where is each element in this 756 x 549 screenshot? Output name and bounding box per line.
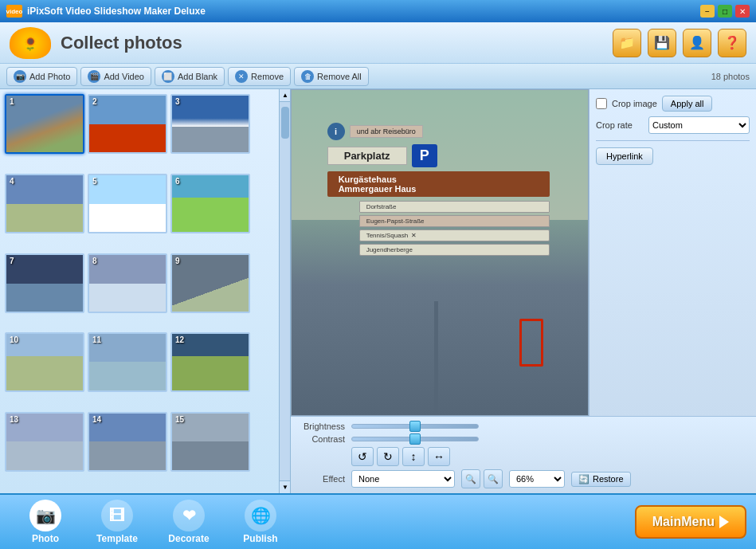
crop-rate-row: Crop rate Custom 4:3 16:9 1:1 3:2 bbox=[596, 116, 750, 134]
close-button[interactable]: ✕ bbox=[735, 5, 750, 18]
crop-image-label: Crop image bbox=[612, 99, 657, 108]
remove-all-button[interactable]: 🗑 Remove All bbox=[294, 67, 369, 86]
preview-and-right: i und abr Reisebüro Parkplatz P Kurgäste… bbox=[291, 89, 756, 416]
scroll-down-button[interactable]: ▼ bbox=[280, 480, 291, 493]
template-nav-icon: 🎞 bbox=[101, 500, 133, 531]
contrast-thumb[interactable] bbox=[409, 433, 421, 445]
jugendherberge-sign: Jugendherberge bbox=[359, 244, 550, 256]
bottom-nav: 📷 Photo 🎞 Template ❤ Decorate 🌐 Publish … bbox=[0, 493, 756, 549]
photo-num-10: 10 bbox=[10, 335, 18, 344]
photo-thumb-9[interactable]: 9 bbox=[170, 253, 250, 313]
crop-section: Crop image Apply all Crop rate Custom 4:… bbox=[596, 96, 750, 134]
photo-num-14: 14 bbox=[92, 415, 101, 424]
contrast-track bbox=[351, 437, 479, 441]
publish-nav-label: Publish bbox=[243, 533, 277, 544]
photo-thumb-12[interactable]: 12 bbox=[170, 332, 250, 392]
effect-label: Effect bbox=[297, 474, 345, 484]
photo-count: 18 photos bbox=[711, 72, 750, 81]
header-tools: 📁 💾 👤 ❓ bbox=[613, 29, 746, 57]
effect-prev-button[interactable]: 🔍 bbox=[461, 469, 480, 488]
photo-thumb-11[interactable]: 11 bbox=[88, 332, 167, 392]
photo-thumb-8[interactable]: 8 bbox=[88, 253, 167, 313]
main-content: 123456789101112131415 ▲ ▼ bbox=[0, 89, 756, 493]
kurgaestehaus-sign: KurgästehausAmmergauer Haus bbox=[327, 171, 550, 197]
restore-icon: 🔄 bbox=[578, 474, 590, 484]
brightness-thumb[interactable] bbox=[409, 421, 421, 432]
photo-num-1: 1 bbox=[10, 97, 14, 106]
decorate-nav-label: Decorate bbox=[168, 533, 209, 544]
transform-buttons: ↺ ↻ ↕ ↔ bbox=[351, 447, 750, 466]
open-folder-button[interactable]: 📁 bbox=[613, 29, 641, 57]
preview-main: i und abr Reisebüro Parkplatz P Kurgäste… bbox=[291, 89, 589, 416]
photo-num-11: 11 bbox=[92, 335, 101, 344]
preview-image: i und abr Reisebüro Parkplatz P Kurgäste… bbox=[291, 89, 589, 416]
help-button[interactable]: ❓ bbox=[718, 29, 746, 57]
nav-item-publish[interactable]: 🌐 Publish bbox=[225, 500, 296, 544]
app-logo: 🌻 bbox=[10, 27, 51, 59]
add-video-button[interactable]: 🎬 Add Video bbox=[80, 67, 151, 86]
photo-num-3: 3 bbox=[175, 97, 180, 106]
template-nav-label: Template bbox=[96, 533, 138, 544]
nav-item-photo[interactable]: 📷 Photo bbox=[10, 500, 81, 544]
effect-select[interactable]: None Grayscale Sepia Blur Sharpen Vintag… bbox=[351, 470, 455, 488]
photo-thumb-3[interactable]: 3 bbox=[170, 94, 250, 154]
photo-thumb-7[interactable]: 7 bbox=[5, 253, 84, 313]
parkplatz-sign: Parkplatz bbox=[327, 147, 407, 165]
photo-nav-label: Photo bbox=[32, 533, 59, 544]
brightness-track bbox=[351, 424, 479, 429]
scroll-up-button[interactable]: ▲ bbox=[280, 89, 291, 102]
photo-thumb-1[interactable]: 1 bbox=[5, 94, 84, 154]
reisebuero-sign: und abr Reisebüro bbox=[350, 125, 423, 138]
add-photo-button[interactable]: 📷 Add Photo bbox=[6, 67, 77, 86]
rotate-left-button[interactable]: ↺ bbox=[351, 447, 374, 466]
photo-num-8: 8 bbox=[92, 257, 97, 265]
flip-horizontal-button[interactable]: ↔ bbox=[428, 447, 450, 466]
hyperlink-button[interactable]: Hyperlink bbox=[596, 147, 653, 165]
crop-rate-label: Crop rate bbox=[596, 120, 644, 130]
add-blank-button[interactable]: ⬜ Add Blank bbox=[155, 67, 225, 86]
crop-image-checkbox[interactable] bbox=[596, 98, 607, 109]
effect-buttons: 🔍 🔍 bbox=[461, 469, 503, 488]
save-button[interactable]: 💾 bbox=[648, 29, 676, 57]
scroll-thumb[interactable] bbox=[281, 107, 289, 139]
photo-num-9: 9 bbox=[175, 257, 180, 265]
preview-controls: i und abr Reisebüro Parkplatz P Kurgäste… bbox=[291, 89, 756, 493]
zoom-select[interactable]: 50% 66% 75% 100% 125% bbox=[509, 470, 565, 488]
dorfstrasse-sign: Dorfstraße bbox=[359, 201, 550, 213]
photo-thumb-15[interactable]: 15 bbox=[170, 412, 250, 472]
minimize-button[interactable]: − bbox=[700, 5, 715, 18]
scrollbar[interactable]: ▲ ▼ bbox=[279, 89, 290, 493]
remove-button[interactable]: ✕ Remove bbox=[228, 67, 291, 86]
rotate-right-button[interactable]: ↻ bbox=[377, 447, 399, 466]
flip-vertical-button[interactable]: ↕ bbox=[402, 447, 425, 466]
app-title: iPixSoft Video Slideshow Maker Deluxe bbox=[27, 6, 206, 17]
photo-num-5: 5 bbox=[92, 177, 97, 186]
page-title: Collect photos bbox=[61, 33, 182, 53]
photo-thumb-4[interactable]: 4 bbox=[5, 174, 84, 233]
maximize-button[interactable]: □ bbox=[718, 5, 732, 18]
remove-all-icon: 🗑 bbox=[301, 70, 314, 83]
photo-thumb-13[interactable]: 13 bbox=[5, 412, 84, 472]
photo-thumb-5[interactable]: 5 bbox=[88, 174, 167, 233]
main-menu-button[interactable]: MainMenu bbox=[635, 505, 746, 539]
apply-all-button[interactable]: Apply all bbox=[662, 96, 713, 112]
decorate-nav-icon: ❤ bbox=[173, 500, 205, 531]
photo-num-15: 15 bbox=[175, 415, 184, 424]
photo-thumb-2[interactable]: 2 bbox=[88, 94, 167, 154]
effect-row: Effect None Grayscale Sepia Blur Sharpen… bbox=[297, 469, 750, 488]
photo-nav-icon: 📷 bbox=[29, 500, 61, 531]
effect-next-button[interactable]: 🔍 bbox=[484, 469, 503, 488]
parking-p-sign: P bbox=[412, 144, 437, 167]
photo-strip: 123456789101112131415 ▲ ▼ bbox=[0, 89, 291, 493]
user-button[interactable]: 👤 bbox=[683, 29, 711, 57]
triangle-sign bbox=[519, 319, 543, 367]
photo-thumb-6[interactable]: 6 bbox=[170, 174, 250, 233]
restore-button[interactable]: 🔄 Restore bbox=[571, 472, 631, 487]
nav-item-template[interactable]: 🎞 Template bbox=[81, 500, 153, 544]
nav-item-decorate[interactable]: ❤ Decorate bbox=[153, 500, 225, 544]
app-icon: video bbox=[6, 5, 22, 18]
photo-thumb-10[interactable]: 10 bbox=[5, 332, 84, 392]
crop-rate-select[interactable]: Custom 4:3 16:9 1:1 3:2 bbox=[648, 116, 750, 134]
photo-thumb-14[interactable]: 14 bbox=[88, 412, 167, 472]
brightness-row: Brightness bbox=[297, 422, 750, 431]
